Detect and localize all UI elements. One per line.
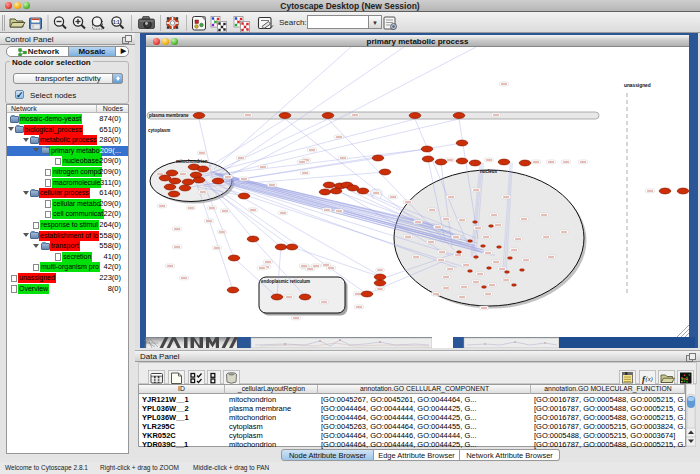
- svg-text:plasma membrane: plasma membrane: [149, 113, 189, 118]
- svg-text:cytoplasm: cytoplasm: [148, 128, 170, 133]
- svg-text:unassigned: unassigned: [624, 83, 651, 88]
- svg-text:mitochondrion: mitochondrion: [176, 159, 208, 164]
- svg-text:nucleus: nucleus: [480, 169, 498, 174]
- svg-text:(x): (x): [646, 375, 653, 383]
- svg-text:endoplasmic reticulum: endoplasmic reticulum: [261, 279, 310, 284]
- svg-text:1:1: 1:1: [113, 20, 120, 25]
